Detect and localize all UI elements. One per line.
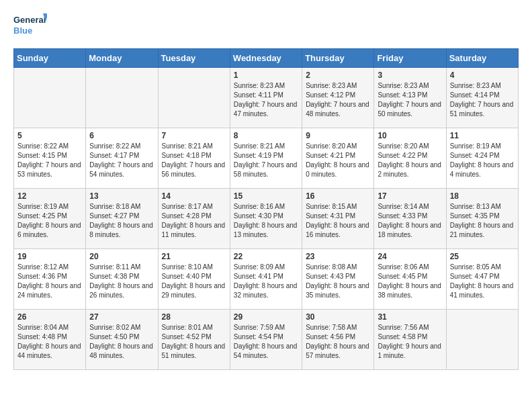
logo-svg: General Blue — [13, 11, 47, 40]
calendar-cell: 31Sunrise: 7:56 AM Sunset: 4:58 PM Dayli… — [374, 310, 446, 370]
day-of-week-header: Friday — [374, 49, 446, 68]
day-info: Sunrise: 8:13 AM Sunset: 4:35 PM Dayligh… — [450, 202, 515, 240]
calendar-cell: 1Sunrise: 8:23 AM Sunset: 4:11 PM Daylig… — [230, 68, 302, 128]
day-info: Sunrise: 8:23 AM Sunset: 4:11 PM Dayligh… — [234, 81, 298, 119]
day-number: 19 — [17, 252, 82, 261]
calendar-cell — [446, 310, 518, 370]
day-info: Sunrise: 8:05 AM Sunset: 4:47 PM Dayligh… — [450, 263, 515, 300]
day-number: 2 — [306, 71, 370, 80]
day-number: 24 — [378, 252, 442, 261]
day-info: Sunrise: 8:14 AM Sunset: 4:33 PM Dayligh… — [378, 202, 442, 240]
day-number: 25 — [450, 252, 515, 261]
day-info: Sunrise: 8:22 AM Sunset: 4:17 PM Dayligh… — [89, 142, 154, 179]
day-header-row: SundayMondayTuesdayWednesdayThursdayFrid… — [14, 49, 519, 68]
day-info: Sunrise: 8:10 AM Sunset: 4:40 PM Dayligh… — [162, 263, 226, 300]
day-number: 7 — [162, 131, 226, 140]
calendar-table: SundayMondayTuesdayWednesdayThursdayFrid… — [13, 48, 519, 370]
calendar-cell: 21Sunrise: 8:10 AM Sunset: 4:40 PM Dayli… — [158, 249, 230, 310]
calendar-cell: 25Sunrise: 8:05 AM Sunset: 4:47 PM Dayli… — [446, 249, 518, 310]
day-info: Sunrise: 8:23 AM Sunset: 4:12 PM Dayligh… — [306, 81, 370, 119]
day-of-week-header: Thursday — [302, 49, 374, 68]
calendar-cell: 17Sunrise: 8:14 AM Sunset: 4:33 PM Dayli… — [374, 189, 446, 249]
day-number: 29 — [234, 312, 298, 322]
day-info: Sunrise: 8:17 AM Sunset: 4:28 PM Dayligh… — [162, 202, 226, 240]
day-info: Sunrise: 7:58 AM Sunset: 4:56 PM Dayligh… — [306, 323, 370, 361]
day-info: Sunrise: 8:16 AM Sunset: 4:30 PM Dayligh… — [234, 202, 298, 240]
day-info: Sunrise: 8:22 AM Sunset: 4:15 PM Dayligh… — [17, 142, 82, 179]
day-info: Sunrise: 7:59 AM Sunset: 4:54 PM Dayligh… — [234, 323, 298, 361]
page-header: General Blue — [13, 11, 519, 40]
calendar-week-row: 26Sunrise: 8:04 AM Sunset: 4:48 PM Dayli… — [14, 310, 519, 370]
day-info: Sunrise: 8:15 AM Sunset: 4:31 PM Dayligh… — [306, 202, 370, 240]
calendar-week-row: 12Sunrise: 8:19 AM Sunset: 4:25 PM Dayli… — [14, 189, 519, 249]
day-number: 17 — [378, 191, 442, 201]
calendar-cell: 14Sunrise: 8:17 AM Sunset: 4:28 PM Dayli… — [158, 189, 230, 249]
calendar-cell: 4Sunrise: 8:23 AM Sunset: 4:14 PM Daylig… — [446, 68, 518, 128]
day-number: 13 — [89, 191, 154, 201]
calendar-cell: 10Sunrise: 8:20 AM Sunset: 4:22 PM Dayli… — [374, 128, 446, 189]
day-of-week-header: Saturday — [446, 49, 518, 68]
day-number: 9 — [306, 131, 370, 140]
calendar-body: 1Sunrise: 8:23 AM Sunset: 4:11 PM Daylig… — [14, 68, 519, 370]
day-of-week-header: Sunday — [14, 49, 86, 68]
calendar-cell: 26Sunrise: 8:04 AM Sunset: 4:48 PM Dayli… — [14, 310, 86, 370]
day-info: Sunrise: 8:09 AM Sunset: 4:41 PM Dayligh… — [234, 263, 298, 300]
calendar-week-row: 1Sunrise: 8:23 AM Sunset: 4:11 PM Daylig… — [14, 68, 519, 128]
day-info: Sunrise: 8:21 AM Sunset: 4:19 PM Dayligh… — [234, 142, 298, 179]
calendar-cell: 7Sunrise: 8:21 AM Sunset: 4:18 PM Daylig… — [158, 128, 230, 189]
day-number: 26 — [17, 312, 82, 322]
day-info: Sunrise: 8:12 AM Sunset: 4:36 PM Dayligh… — [17, 263, 82, 300]
calendar-cell: 27Sunrise: 8:02 AM Sunset: 4:50 PM Dayli… — [86, 310, 158, 370]
calendar-cell: 8Sunrise: 8:21 AM Sunset: 4:19 PM Daylig… — [230, 128, 302, 189]
day-number: 11 — [450, 131, 515, 140]
day-of-week-header: Monday — [86, 49, 158, 68]
calendar-cell: 23Sunrise: 8:08 AM Sunset: 4:43 PM Dayli… — [302, 249, 374, 310]
calendar-cell: 20Sunrise: 8:11 AM Sunset: 4:38 PM Dayli… — [86, 249, 158, 310]
day-number: 23 — [306, 252, 370, 261]
day-info: Sunrise: 7:56 AM Sunset: 4:58 PM Dayligh… — [378, 323, 442, 361]
logo: General Blue — [13, 11, 47, 40]
day-number: 4 — [450, 71, 515, 80]
day-info: Sunrise: 8:19 AM Sunset: 4:25 PM Dayligh… — [17, 202, 82, 240]
day-number: 22 — [234, 252, 298, 261]
day-number: 31 — [378, 312, 442, 322]
day-info: Sunrise: 8:23 AM Sunset: 4:13 PM Dayligh… — [378, 81, 442, 119]
calendar-cell: 18Sunrise: 8:13 AM Sunset: 4:35 PM Dayli… — [446, 189, 518, 249]
day-info: Sunrise: 8:20 AM Sunset: 4:22 PM Dayligh… — [378, 142, 442, 179]
day-number: 18 — [450, 191, 515, 201]
svg-text:General: General — [13, 15, 46, 25]
calendar-cell: 30Sunrise: 7:58 AM Sunset: 4:56 PM Dayli… — [302, 310, 374, 370]
day-of-week-header: Tuesday — [158, 49, 230, 68]
day-number: 8 — [234, 131, 298, 140]
calendar-cell: 6Sunrise: 8:22 AM Sunset: 4:17 PM Daylig… — [86, 128, 158, 189]
day-number: 21 — [162, 252, 226, 261]
calendar-cell: 9Sunrise: 8:20 AM Sunset: 4:21 PM Daylig… — [302, 128, 374, 189]
svg-text:Blue: Blue — [13, 26, 32, 36]
calendar-cell: 19Sunrise: 8:12 AM Sunset: 4:36 PM Dayli… — [14, 249, 86, 310]
calendar-cell — [158, 68, 230, 128]
day-number: 10 — [378, 131, 442, 140]
calendar-cell: 24Sunrise: 8:06 AM Sunset: 4:45 PM Dayli… — [374, 249, 446, 310]
calendar-week-row: 5Sunrise: 8:22 AM Sunset: 4:15 PM Daylig… — [14, 128, 519, 189]
day-info: Sunrise: 8:20 AM Sunset: 4:21 PM Dayligh… — [306, 142, 370, 179]
calendar-cell: 2Sunrise: 8:23 AM Sunset: 4:12 PM Daylig… — [302, 68, 374, 128]
calendar-header: SundayMondayTuesdayWednesdayThursdayFrid… — [14, 49, 519, 68]
day-info: Sunrise: 8:21 AM Sunset: 4:18 PM Dayligh… — [162, 142, 226, 179]
calendar-cell: 29Sunrise: 7:59 AM Sunset: 4:54 PM Dayli… — [230, 310, 302, 370]
day-info: Sunrise: 8:11 AM Sunset: 4:38 PM Dayligh… — [89, 263, 154, 300]
calendar-cell: 13Sunrise: 8:18 AM Sunset: 4:27 PM Dayli… — [86, 189, 158, 249]
calendar-cell — [14, 68, 86, 128]
day-number: 12 — [17, 191, 82, 201]
day-number: 27 — [89, 312, 154, 322]
day-info: Sunrise: 8:06 AM Sunset: 4:45 PM Dayligh… — [378, 263, 442, 300]
calendar-cell: 3Sunrise: 8:23 AM Sunset: 4:13 PM Daylig… — [374, 68, 446, 128]
calendar-cell: 5Sunrise: 8:22 AM Sunset: 4:15 PM Daylig… — [14, 128, 86, 189]
calendar-cell — [86, 68, 158, 128]
calendar-week-row: 19Sunrise: 8:12 AM Sunset: 4:36 PM Dayli… — [14, 249, 519, 310]
day-number: 1 — [234, 71, 298, 80]
day-info: Sunrise: 8:19 AM Sunset: 4:24 PM Dayligh… — [450, 142, 515, 179]
calendar-cell: 12Sunrise: 8:19 AM Sunset: 4:25 PM Dayli… — [14, 189, 86, 249]
day-number: 6 — [89, 131, 154, 140]
day-number: 16 — [306, 191, 370, 201]
calendar-cell: 22Sunrise: 8:09 AM Sunset: 4:41 PM Dayli… — [230, 249, 302, 310]
